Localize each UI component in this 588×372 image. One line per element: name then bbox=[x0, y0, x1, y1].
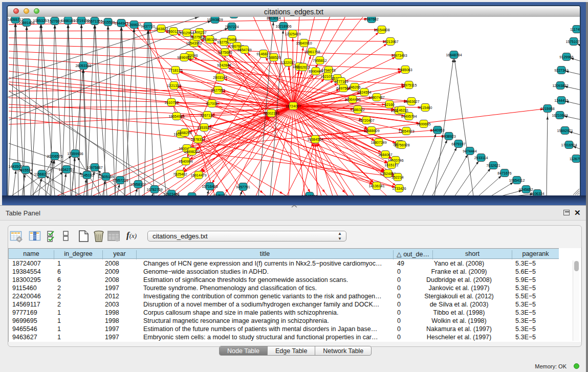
svg-text:8106334: 8106334 bbox=[530, 192, 544, 195]
svg-text:18807249: 18807249 bbox=[371, 141, 386, 144]
svg-text:1145193: 1145193 bbox=[80, 173, 94, 177]
svg-text:5878334: 5878334 bbox=[191, 138, 205, 141]
svg-text:9896955: 9896955 bbox=[177, 56, 191, 59]
svg-text:11568227: 11568227 bbox=[34, 172, 50, 176]
svg-text:17359936: 17359936 bbox=[67, 152, 83, 156]
svg-text:20364436: 20364436 bbox=[344, 98, 360, 101]
svg-text:8990444: 8990444 bbox=[309, 70, 322, 73]
svg-text:3267130: 3267130 bbox=[200, 114, 214, 117]
svg-text:16671355: 16671355 bbox=[86, 19, 102, 23]
svg-text:9437710: 9437710 bbox=[141, 25, 155, 28]
svg-text:12093832: 12093832 bbox=[552, 84, 568, 87]
svg-text:7515526: 7515526 bbox=[101, 20, 115, 24]
svg-text:8454749: 8454749 bbox=[237, 48, 251, 52]
svg-text:8938923: 8938923 bbox=[442, 135, 455, 138]
svg-text:3684067: 3684067 bbox=[378, 153, 392, 157]
svg-text:14495794: 14495794 bbox=[401, 115, 417, 118]
svg-text:1126753: 1126753 bbox=[570, 157, 580, 161]
svg-text:9245072: 9245072 bbox=[213, 194, 227, 196]
svg-text:746266: 746266 bbox=[349, 85, 360, 89]
svg-text:20206576: 20206576 bbox=[47, 155, 62, 158]
svg-text:1269632: 1269632 bbox=[127, 23, 141, 27]
svg-text:1362615: 1362615 bbox=[296, 65, 310, 69]
svg-text:8975337: 8975337 bbox=[185, 195, 199, 196]
svg-text:10975887: 10975887 bbox=[86, 166, 102, 169]
svg-text:10853257: 10853257 bbox=[33, 19, 49, 23]
svg-text:13654923: 13654923 bbox=[398, 129, 414, 133]
svg-text:1322037: 1322037 bbox=[281, 61, 295, 64]
svg-text:6879197: 6879197 bbox=[451, 142, 465, 146]
svg-text:1527602: 1527602 bbox=[48, 19, 61, 23]
svg-text:16210643: 16210643 bbox=[552, 114, 568, 117]
svg-text:5875685: 5875685 bbox=[218, 51, 232, 54]
svg-text:16782759: 16782759 bbox=[146, 188, 162, 191]
svg-text:9777169: 9777169 bbox=[334, 80, 348, 83]
svg-text:2933114: 2933114 bbox=[474, 156, 488, 160]
svg-text:12325419: 12325419 bbox=[285, 32, 300, 36]
svg-text:1117492: 1117492 bbox=[570, 28, 580, 31]
svg-text:9474444: 9474444 bbox=[463, 149, 476, 153]
svg-text:7485063: 7485063 bbox=[398, 68, 412, 72]
svg-text:15751074: 15751074 bbox=[565, 40, 580, 43]
svg-text:12342757: 12342757 bbox=[58, 168, 74, 171]
svg-text:2803144: 2803144 bbox=[213, 76, 227, 79]
svg-text:1733426: 1733426 bbox=[392, 187, 406, 190]
svg-text:14136141: 14136141 bbox=[368, 184, 384, 188]
svg-text:18724007: 18724007 bbox=[285, 104, 301, 108]
svg-text:1221338: 1221338 bbox=[167, 84, 181, 87]
svg-text:1244415: 1244415 bbox=[554, 99, 568, 102]
svg-text:16154808: 16154808 bbox=[374, 28, 389, 32]
svg-text:7955812: 7955812 bbox=[313, 59, 326, 62]
svg-text:10218906: 10218906 bbox=[275, 25, 291, 28]
svg-text:15692971: 15692971 bbox=[557, 129, 573, 133]
svg-text:1588520: 1588520 bbox=[267, 56, 280, 59]
svg-text:9827503: 9827503 bbox=[190, 35, 204, 39]
svg-text:1615172: 1615172 bbox=[384, 163, 398, 167]
svg-text:1610755: 1610755 bbox=[164, 101, 178, 104]
svg-text:62160: 62160 bbox=[384, 103, 395, 106]
svg-text:8427552: 8427552 bbox=[211, 89, 225, 92]
svg-text:8186328: 8186328 bbox=[203, 38, 216, 41]
svg-text:10807487: 10807487 bbox=[368, 96, 384, 99]
svg-text:12923468: 12923468 bbox=[163, 192, 179, 196]
svg-text:8471676: 8471676 bbox=[497, 171, 511, 175]
svg-text:12975115: 12975115 bbox=[401, 83, 417, 87]
svg-text:18463627: 18463627 bbox=[403, 100, 419, 103]
svg-text:9146821: 9146821 bbox=[256, 52, 270, 56]
svg-text:16914479: 16914479 bbox=[190, 173, 206, 177]
svg-text:9242848: 9242848 bbox=[217, 63, 231, 67]
svg-text:3215958: 3215958 bbox=[540, 107, 554, 111]
svg-text:16648784: 16648784 bbox=[446, 53, 462, 57]
svg-text:16961758: 16961758 bbox=[304, 50, 320, 54]
svg-text:19384554: 19384554 bbox=[307, 138, 323, 141]
svg-text:45720407: 45720407 bbox=[358, 119, 374, 122]
svg-text:1944945: 1944945 bbox=[114, 21, 128, 25]
svg-text:1640953: 1640953 bbox=[430, 128, 444, 132]
svg-text:16093809: 16093809 bbox=[207, 18, 223, 21]
svg-text:7625402: 7625402 bbox=[173, 172, 187, 176]
svg-text:15640910: 15640910 bbox=[296, 41, 312, 45]
svg-text:7386322: 7386322 bbox=[351, 108, 364, 112]
svg-text:6794078: 6794078 bbox=[321, 69, 335, 72]
svg-text:23002193: 23002193 bbox=[263, 112, 279, 115]
svg-text:17016504: 17016504 bbox=[561, 143, 577, 147]
svg-text:9129966: 9129966 bbox=[559, 55, 573, 59]
svg-text:12505185: 12505185 bbox=[98, 175, 114, 179]
svg-text:75466: 75466 bbox=[227, 38, 237, 41]
svg-text:4668259: 4668259 bbox=[178, 131, 191, 135]
svg-text:28053346: 28053346 bbox=[75, 64, 91, 68]
svg-text:16543962: 16543962 bbox=[186, 41, 202, 45]
svg-text:17957225: 17957225 bbox=[112, 179, 128, 182]
svg-text:10654112: 10654112 bbox=[509, 179, 525, 182]
svg-text:10958107: 10958107 bbox=[130, 183, 146, 186]
svg-text:417006: 417006 bbox=[206, 102, 217, 105]
svg-text:7857224: 7857224 bbox=[225, 25, 238, 29]
svg-text:9227342: 9227342 bbox=[554, 69, 568, 72]
svg-text:19654985: 19654985 bbox=[168, 115, 184, 118]
svg-text:1146221: 1146221 bbox=[395, 108, 409, 112]
svg-text:9245652: 9245652 bbox=[519, 188, 533, 191]
svg-text:2718176: 2718176 bbox=[168, 69, 182, 72]
svg-text:9115460: 9115460 bbox=[419, 106, 432, 110]
svg-text:8813014: 8813014 bbox=[267, 17, 280, 20]
svg-text:2087682: 2087682 bbox=[364, 17, 378, 21]
